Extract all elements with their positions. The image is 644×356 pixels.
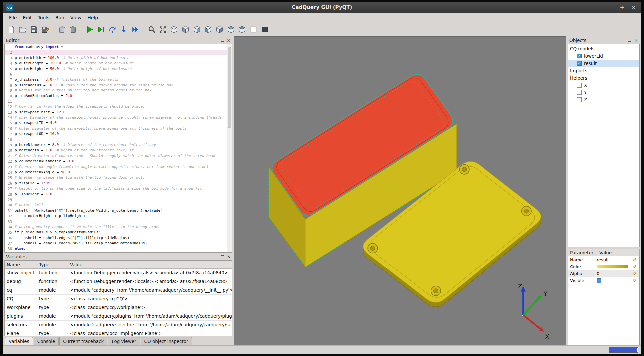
param-row-visible[interactable]: Visible✓↺: [568, 277, 639, 284]
checkbox-result[interactable]: ✓: [577, 61, 582, 66]
code-line-12[interactable]: 12# How far in from the edges the screwp…: [5, 104, 232, 109]
code-line-16[interactable]: 16# Outer Diameter of the screwposts.\nD…: [5, 126, 232, 131]
code-line-37[interactable]: 37 oshell = oshell.edges("#Z").fillet(p_…: [5, 241, 232, 246]
close-panel-icon[interactable]: ×: [227, 38, 231, 43]
checkbox-z[interactable]: [577, 97, 582, 102]
right-view-icon[interactable]: [214, 24, 225, 35]
left-view-icon[interactable]: [203, 24, 214, 35]
new-file-icon[interactable]: [6, 24, 17, 35]
close-panel-icon[interactable]: ×: [634, 38, 638, 43]
reset-icon[interactable]: ↺: [633, 264, 639, 269]
code-line-34[interactable]: 34# weird geometry happens if we make th…: [5, 224, 232, 230]
tab-current-traceback[interactable]: Current traceback: [59, 337, 107, 345]
reset-icon[interactable]: ↺: [633, 271, 639, 276]
code-line-28[interactable]: 28p_lipHeight = 1.0: [5, 192, 232, 197]
param-row-alpha[interactable]: Alpha0↺: [568, 270, 639, 277]
code-line-22[interactable]: 22p_countersinkDiameter = 0.0: [5, 159, 232, 164]
code-line-19[interactable]: 19p_boreDiameter = 8.0··# Diameter of th…: [5, 142, 232, 148]
code-line-23[interactable]: 23# Countersink angle (complete angle be…: [5, 164, 232, 170]
scrollbar-thumb[interactable]: [228, 47, 231, 128]
code-line-21[interactable]: 21# Outer diameter of countersink. Shoul…: [5, 153, 232, 159]
checkbox-lowerlid[interactable]: ✓: [577, 54, 582, 58]
top-view-icon[interactable]: [226, 24, 236, 35]
code-line-39[interactable]: 39 oshell = oshell.edges("#Z").fillet(p_…: [5, 252, 232, 253]
variable-row-workplane[interactable]: Workplanetype<class 'cadquery.cq.Workpla…: [5, 303, 232, 312]
tab-cq-object-inspector[interactable]: CQ object inspector: [141, 337, 192, 345]
code-line-5[interactable]: 5p_outerHeight = 50.0··# Outer height of…: [5, 66, 232, 72]
param-value[interactable]: ✓: [597, 278, 633, 283]
code-line-17[interactable]: 17p_screwpostOD = 10.0: [5, 131, 232, 137]
menu-tools[interactable]: Tools: [35, 14, 53, 22]
float-panel-icon[interactable]: [628, 39, 631, 42]
menu-edit[interactable]: Edit: [20, 14, 35, 22]
titlebar[interactable]: cq CadQuery GUI (PyQT) – + ×: [3, 2, 641, 13]
close-button[interactable]: ×: [631, 5, 636, 10]
viewport-canvas[interactable]: Z Y X: [234, 37, 566, 345]
code-line-29[interactable]: 29: [5, 197, 232, 202]
menu-help[interactable]: Help: [84, 14, 101, 22]
continue-icon[interactable]: [130, 24, 141, 35]
code-line-25[interactable]: 25# Whether to place the lid with the to…: [5, 175, 232, 180]
editor-scrollbar[interactable]: [227, 44, 232, 252]
param-value[interactable]: result: [597, 257, 633, 262]
menu-view[interactable]: View: [67, 14, 84, 22]
render-icon[interactable]: [85, 24, 95, 35]
checkbox-y[interactable]: [577, 90, 582, 95]
column-header-type[interactable]: Type: [37, 261, 68, 269]
column-header-parameter[interactable]: Parameter: [568, 249, 597, 256]
wireframe-icon[interactable]: [248, 24, 259, 35]
viewport-3d[interactable]: Z Y X: [234, 36, 566, 345]
code-line-24[interactable]: 24p_countersinkAngle = 90.0: [5, 170, 232, 175]
variable-row-plane[interactable]: Planetype<class 'cadquery.occ_impl.geom.…: [5, 329, 232, 336]
back-view-icon[interactable]: [192, 24, 202, 35]
column-header-value[interactable]: Value: [597, 249, 639, 256]
step-into-icon[interactable]: [119, 24, 129, 35]
column-header-name[interactable]: Name: [5, 261, 37, 269]
code-line-13[interactable]: 13p_screwpostInset = 12.0: [5, 110, 232, 115]
variable-row-show-object[interactable]: show_objectfunction<function Debugger.re…: [5, 269, 232, 277]
tree-item-x[interactable]: X: [568, 82, 639, 89]
param-value[interactable]: 0: [597, 271, 633, 276]
column-header-value[interactable]: Value: [68, 261, 232, 269]
code-line-8[interactable]: 8p_sideRadius = 10.0··# Radius for the c…: [5, 83, 232, 88]
code-line-38[interactable]: 38else:: [5, 246, 232, 251]
checkbox-x[interactable]: [577, 83, 582, 88]
code-line-7[interactable]: 7p_thickness = 3.0··# Thickness of the b…: [5, 77, 232, 82]
tree-group-imports[interactable]: Imports: [568, 67, 639, 74]
maximize-button[interactable]: +: [620, 5, 625, 10]
code-line-4[interactable]: 4p_outerLength = 150.0··# Outer length o…: [5, 61, 232, 66]
variable-row-debug[interactable]: debugfunction<function Debugger.render.<…: [5, 277, 232, 286]
variable-row-cq[interactable]: cqmodule<module 'cadquery' from '/home/a…: [5, 286, 232, 295]
code-line-35[interactable]: 35if p_sideRadius > p_topAndBottomRadius…: [5, 230, 232, 235]
code-line-15[interactable]: 15p_screwpostID = 4.0: [5, 120, 232, 126]
tab-log-viewer[interactable]: Log viewer: [108, 337, 140, 345]
save-as-icon[interactable]: [40, 24, 51, 35]
visible-checkbox[interactable]: ✓: [597, 278, 601, 283]
tree-group-cq-models[interactable]: CQ models: [568, 45, 639, 52]
tree-item-y[interactable]: Y: [568, 89, 639, 96]
code-line-1[interactable]: 1from cadquery import *: [5, 44, 232, 50]
code-line-20[interactable]: 20p_boreDepth = 1.0··# Depth of the coun…: [5, 148, 232, 153]
code-line-31[interactable]: 31oshell = Workplane("XY").rect(p_outerW…: [5, 208, 232, 213]
close-panel-icon[interactable]: ×: [227, 254, 231, 259]
code-line-6[interactable]: 6: [5, 72, 232, 77]
code-line-14[interactable]: 14# nner Diameter of the screwpost holes…: [5, 115, 232, 120]
zoom-icon[interactable]: [147, 24, 157, 35]
param-row-color[interactable]: Color↺: [568, 263, 639, 270]
reset-icon[interactable]: ↺: [633, 278, 639, 283]
debug-icon[interactable]: [96, 24, 107, 35]
variable-row-plugins[interactable]: pluginsmodule<module 'cadquery.plugins' …: [5, 312, 232, 321]
save-icon[interactable]: [29, 24, 39, 35]
code-line-3[interactable]: 3p_outerWidth = 100.0··# Outer width of …: [5, 55, 232, 61]
iso-view-icon[interactable]: [169, 24, 180, 35]
reset-icon[interactable]: ↺: [633, 257, 639, 262]
code-line-11[interactable]: 11: [5, 99, 232, 104]
shaded-icon[interactable]: [260, 24, 270, 35]
tab-variables[interactable]: Variables: [5, 337, 33, 345]
float-panel-icon[interactable]: [221, 39, 224, 42]
step-over-icon[interactable]: [107, 24, 118, 35]
code-line-18[interactable]: 18: [5, 137, 232, 142]
float-panel-icon[interactable]: [221, 255, 224, 258]
tree-item-lowerlid[interactable]: ✓lowerLid: [568, 52, 639, 60]
menu-file[interactable]: File: [6, 14, 20, 22]
